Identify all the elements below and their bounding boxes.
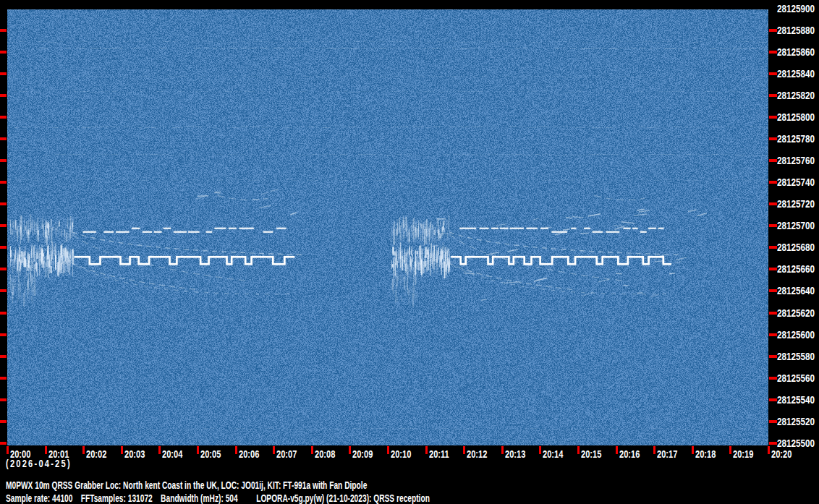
- time-label: 20:09: [352, 448, 373, 459]
- frequency-tick-mark: [0, 420, 7, 423]
- frequency-label: 28125740: [777, 176, 815, 187]
- time-label: 20:18: [695, 448, 716, 459]
- frequency-tick-mark: [0, 333, 7, 336]
- time-label: 20:10: [391, 448, 411, 459]
- time-tick-mark: [616, 446, 618, 454]
- frequency-tick-mark: [769, 224, 777, 227]
- frequency-tick-mark: [769, 420, 777, 423]
- station-info-line: M0PWX 10m QRSS Grabber Loc: North kent C…: [6, 479, 367, 490]
- time-label: 20:12: [467, 448, 487, 459]
- frequency-label: 28125780: [777, 133, 815, 144]
- frequency-tick-mark: [0, 377, 7, 380]
- time-label: 20:20: [771, 448, 792, 459]
- time-label: 20:05: [200, 448, 221, 459]
- frequency-tick-mark: [0, 442, 7, 445]
- frequency-tick-mark: [0, 72, 7, 75]
- spectrogram-canvas: [7, 9, 768, 445]
- frequency-label: 28125500: [777, 437, 815, 448]
- frequency-tick-mark: [0, 137, 7, 140]
- frequency-tick-mark: [0, 312, 7, 315]
- frequency-label: 28125560: [777, 372, 815, 383]
- frequency-label: 28125880: [777, 25, 815, 35]
- time-tick-mark: [577, 446, 580, 454]
- time-label: 20:17: [657, 448, 677, 459]
- frequency-tick-mark: [769, 442, 777, 445]
- time-label: 20:11: [429, 448, 449, 459]
- frequency-tick-mark: [769, 137, 777, 140]
- frequency-tick-mark: [769, 29, 777, 32]
- time-label: 20:07: [276, 448, 297, 459]
- frequency-tick-mark: [769, 333, 777, 336]
- frequency-label: 28125600: [777, 329, 815, 340]
- frequency-tick-mark: [769, 355, 777, 358]
- time-tick-mark: [387, 446, 389, 454]
- settings-info-line: Sample rate: 44100 FFTsamples: 131072 Ba…: [6, 492, 430, 503]
- frequency-tick-mark: [769, 94, 777, 97]
- frequency-label: 28125700: [777, 220, 815, 231]
- time-label: 20:06: [239, 448, 259, 459]
- frequency-label: 28125680: [777, 242, 815, 252]
- time-label: 20:14: [543, 448, 563, 459]
- frequency-label: 28125520: [777, 416, 815, 427]
- frequency-tick-mark: [769, 202, 777, 205]
- time-tick-mark: [463, 446, 465, 454]
- frequency-tick-mark: [0, 202, 7, 205]
- time-tick-mark: [45, 446, 47, 454]
- time-label: 20:13: [505, 448, 525, 459]
- qrss-grabber-window: 2812590028125880281258602812584028125820…: [0, 0, 819, 504]
- time-tick-mark: [121, 446, 123, 454]
- frequency-tick-mark: [0, 398, 7, 401]
- frequency-label: 28125640: [777, 285, 815, 296]
- time-tick-mark: [311, 446, 313, 454]
- frequency-tick-mark: [769, 289, 777, 292]
- frequency-label: 28125660: [777, 263, 815, 274]
- frequency-tick-mark: [769, 246, 777, 249]
- frequency-tick-mark: [769, 72, 777, 75]
- frequency-tick-mark: [0, 268, 7, 270]
- frequency-label: 28125840: [777, 68, 815, 79]
- frequency-tick-mark: [769, 268, 777, 270]
- time-label: 20:15: [581, 448, 601, 459]
- time-label: 20:02: [86, 448, 106, 459]
- time-tick-mark: [425, 446, 428, 454]
- date-label: (2026-04-25): [6, 458, 72, 469]
- frequency-label: 28125580: [777, 351, 815, 362]
- time-label: 20:16: [619, 448, 640, 459]
- time-tick-mark: [235, 446, 237, 454]
- time-tick-mark: [539, 446, 541, 454]
- time-tick-mark: [7, 446, 9, 454]
- time-label: 20:04: [162, 448, 182, 459]
- frequency-tick-mark: [0, 289, 7, 292]
- frequency-label: 28125800: [777, 111, 815, 122]
- time-tick-mark: [653, 446, 655, 454]
- time-tick-mark: [768, 446, 770, 454]
- frequency-tick-mark: [769, 398, 777, 401]
- frequency-label: 28125540: [777, 394, 815, 405]
- time-label: 20:03: [124, 448, 145, 459]
- frequency-tick-mark: [0, 224, 7, 227]
- frequency-tick-mark: [0, 246, 7, 249]
- frequency-tick-mark: [0, 159, 7, 162]
- frequency-label: 28125760: [777, 155, 815, 166]
- time-label: 20:19: [733, 448, 753, 459]
- time-tick-mark: [501, 446, 504, 454]
- time-tick-mark: [158, 446, 161, 454]
- frequency-tick-mark: [769, 181, 777, 184]
- frequency-tick-mark: [0, 181, 7, 184]
- frequency-label: 28125900: [777, 3, 815, 14]
- frequency-label: 28125620: [777, 307, 815, 318]
- frequency-tick-mark: [769, 51, 777, 54]
- frequency-tick-mark: [0, 116, 7, 119]
- frequency-tick-mark: [769, 377, 777, 380]
- frequency-label: 28125820: [777, 90, 815, 101]
- time-label: 20:08: [315, 448, 335, 459]
- frequency-label: 28125720: [777, 198, 815, 209]
- time-tick-mark: [273, 446, 275, 454]
- frequency-tick-mark: [769, 116, 777, 119]
- frequency-tick-mark: [0, 51, 7, 54]
- frequency-tick-mark: [0, 29, 7, 32]
- time-tick-mark: [82, 446, 85, 454]
- time-tick-mark: [197, 446, 199, 454]
- time-tick-mark: [692, 446, 694, 454]
- frequency-tick-mark: [769, 159, 777, 162]
